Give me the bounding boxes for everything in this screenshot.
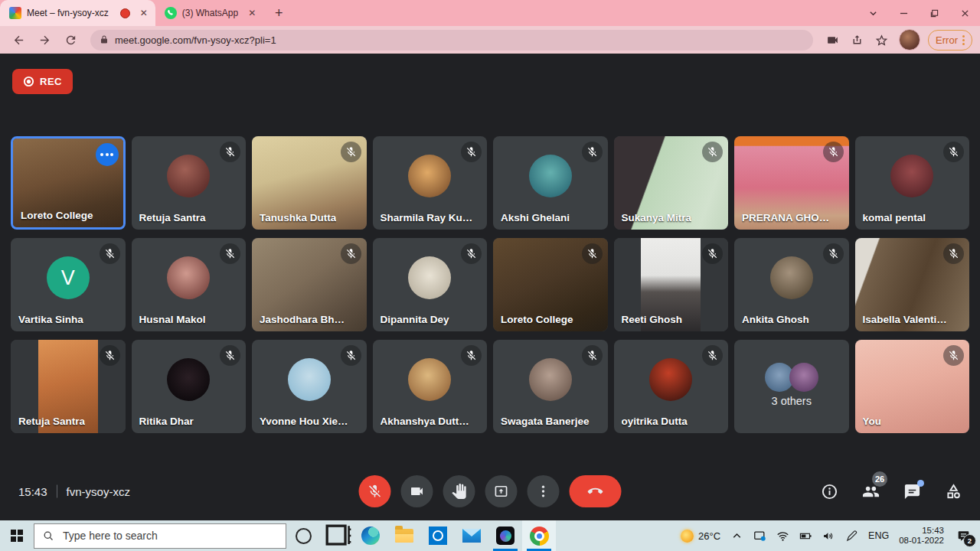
edge-app-button[interactable] [354, 520, 387, 551]
tab-search-chevron-icon[interactable] [858, 0, 888, 26]
mic-off-icon [368, 484, 383, 499]
search-input[interactable] [61, 529, 277, 543]
participant-tile[interactable]: 3 others [734, 340, 849, 433]
close-button[interactable] [949, 0, 980, 26]
edge-icon [361, 527, 380, 545]
participant-tile[interactable]: Jashodhara Bh… [252, 238, 367, 331]
participant-tile[interactable]: Ankita Ghosh [734, 238, 849, 331]
present-button[interactable] [485, 475, 518, 507]
profile-avatar[interactable] [899, 29, 920, 51]
minimize-button[interactable] [888, 0, 919, 26]
participant-tile[interactable]: Sharmila Ray Ku… [373, 136, 488, 230]
participant-name: Akhanshya Dutt… [381, 416, 469, 427]
tab-close-icon[interactable]: ✕ [140, 8, 148, 18]
participant-tile[interactable]: You [855, 340, 970, 433]
mic-off-icon [220, 243, 240, 264]
weverse-app-button[interactable] [488, 520, 522, 551]
clock-date: 08-01-2022 [899, 536, 944, 546]
your-phone-icon[interactable] [753, 530, 766, 543]
mic-off-icon [582, 345, 603, 366]
language-indicator[interactable]: ENG [868, 530, 889, 541]
browser-tab-meet[interactable]: Meet – fvn-ysoy-xcz ✕ [0, 0, 155, 26]
participant-name: Swagata Banerjee [501, 416, 590, 427]
camera-icon [410, 484, 425, 499]
cortana-button[interactable] [286, 520, 320, 551]
participant-tile[interactable]: Swagata Banerjee [493, 340, 608, 433]
share-icon[interactable] [847, 30, 867, 50]
start-button[interactable] [0, 520, 34, 551]
participant-tile[interactable]: Sukanya Mitra [614, 136, 729, 230]
new-tab-button[interactable]: + [268, 2, 289, 24]
taskbar-clock[interactable]: 15:43 08-01-2022 [899, 526, 944, 546]
avatar [167, 358, 210, 401]
participant-tile[interactable]: Yvonne Hou Xie… [252, 340, 367, 433]
participant-tile[interactable]: komal pental [855, 136, 970, 230]
dell-app-button[interactable] [421, 520, 455, 551]
participant-tile[interactable]: Ritika Dhar [132, 340, 247, 433]
browser-tab-strip: Meet – fvn-ysoy-xcz ✕ (3) WhatsApp ✕ + [0, 0, 980, 26]
participant-tile[interactable]: Akhanshya Dutt… [373, 340, 488, 433]
taskbar-search[interactable] [34, 523, 286, 549]
notification-center-button[interactable]: 2 [954, 527, 972, 545]
participant-tile[interactable]: Tanushka Dutta [252, 136, 367, 230]
camera-in-use-icon[interactable] [822, 30, 842, 50]
dell-icon [429, 527, 447, 545]
mic-toggle-button[interactable] [359, 475, 391, 507]
activities-button[interactable] [943, 481, 963, 501]
participant-tile[interactable]: Loreto College [11, 136, 126, 230]
battery-icon[interactable] [799, 530, 812, 543]
participant-name: komal pental [863, 212, 926, 223]
forward-button[interactable] [34, 29, 55, 51]
participant-tile[interactable]: oyitrika Dutta [614, 340, 729, 433]
mail-app-button[interactable] [455, 520, 488, 551]
more-options-button[interactable] [528, 475, 560, 507]
participant-tile[interactable]: Husnal Makol [132, 238, 247, 331]
mic-off-icon [702, 243, 723, 264]
mic-off-icon [341, 345, 361, 366]
participant-name: You [863, 416, 882, 427]
participant-tile[interactable]: Loreto College [493, 238, 608, 331]
task-view-button[interactable] [320, 520, 354, 551]
weather-widget[interactable]: 26°C [681, 530, 720, 543]
cortana-icon [296, 528, 312, 544]
address-bar[interactable]: meet.google.com/fvn-ysoy-xcz?pli=1 [90, 30, 813, 51]
participant-tile[interactable]: Akshi Ghelani [493, 136, 608, 230]
mail-icon [462, 529, 481, 543]
participants-count-badge: 26 [872, 471, 887, 487]
chrome-app-button[interactable] [522, 520, 556, 551]
tab-close-icon[interactable]: ✕ [248, 8, 256, 18]
chat-button[interactable] [902, 481, 922, 501]
participant-grid: Loreto CollegeRetuja SantraTanushka Dutt… [11, 136, 969, 433]
tile-menu-button[interactable] [96, 143, 119, 166]
participant-name: Reeti Ghosh [622, 314, 683, 325]
participant-tile[interactable]: Retuja Santra [11, 340, 126, 433]
volume-icon[interactable] [822, 530, 835, 543]
participant-tile[interactable]: Reeti Ghosh [614, 238, 729, 331]
participant-tile[interactable]: VVartika Sinha [11, 238, 126, 331]
window-controls [858, 0, 980, 26]
participant-name: Sharmila Ray Ku… [381, 212, 473, 223]
browser-tab-whatsapp[interactable]: (3) WhatsApp ✕ [155, 0, 263, 26]
bookmark-star-icon[interactable] [871, 30, 891, 50]
participants-button[interactable]: 26 [861, 481, 880, 501]
maximize-button[interactable] [919, 0, 949, 26]
leave-call-button[interactable] [570, 475, 622, 507]
participant-tile[interactable]: Isabella Valenti… [855, 238, 970, 331]
back-button[interactable] [8, 29, 29, 51]
file-explorer-button[interactable] [387, 520, 421, 551]
participant-name: Sukanya Mitra [622, 212, 692, 223]
participant-tile[interactable]: Retuja Santra [132, 136, 247, 230]
participant-name: Dipannita Dey [381, 314, 449, 325]
browser-error-menu-button[interactable]: Error [928, 30, 972, 51]
hidden-icons-chevron[interactable] [730, 530, 743, 543]
meeting-details-button[interactable] [819, 481, 839, 501]
avatar [890, 155, 933, 197]
raise-hand-button[interactable] [443, 475, 475, 507]
reload-button[interactable] [60, 29, 81, 51]
task-view-icon [320, 519, 354, 551]
pen-icon[interactable] [845, 530, 858, 543]
camera-toggle-button[interactable] [401, 475, 433, 507]
participant-tile[interactable]: PRERANA GHO… [734, 136, 849, 230]
wifi-icon[interactable] [776, 530, 789, 543]
participant-tile[interactable]: Dipannita Dey [373, 238, 488, 331]
